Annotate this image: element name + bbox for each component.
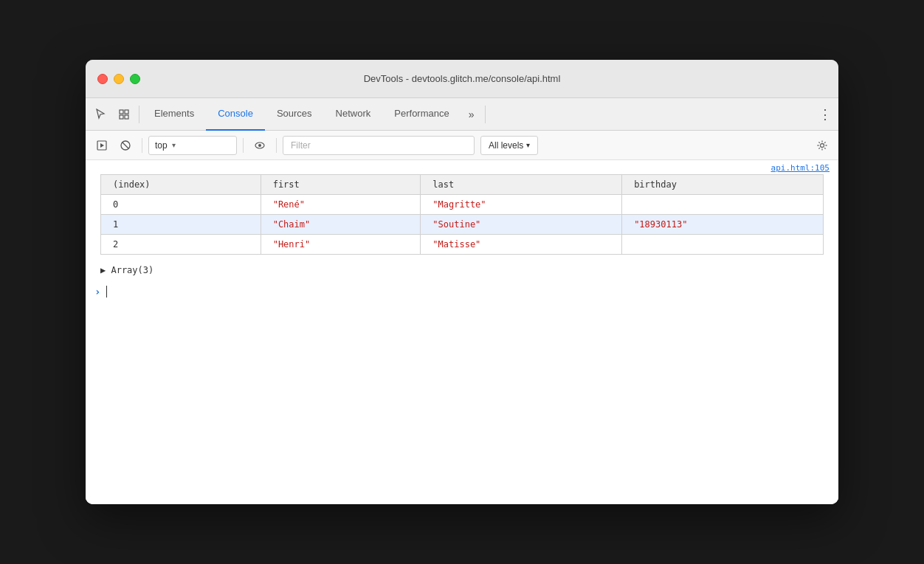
console-input-line: ›: [86, 280, 838, 303]
eye-button[interactable]: [249, 135, 270, 156]
table-row: 1 "Chaim" "Soutine" "18930113": [101, 215, 824, 235]
tab-console[interactable]: Console: [206, 98, 265, 131]
context-arrow-icon: ▾: [172, 141, 176, 149]
expand-arrow-icon: ▶ Array(3): [100, 265, 154, 275]
toolbar-divider: [142, 138, 142, 153]
console-toolbar: top ▾ Filter All levels ▾: [86, 131, 838, 160]
source-link[interactable]: api.html:105: [86, 160, 838, 174]
svg-rect-1: [125, 110, 128, 114]
cell-birthday: "18930113": [622, 215, 824, 235]
cell-first: "Henri": [261, 235, 421, 255]
more-tabs-button[interactable]: »: [461, 104, 482, 125]
titlebar: DevTools - devtools.glitch.me/console/ap…: [86, 60, 838, 98]
table-row: 0 "René" "Magritte": [101, 195, 824, 215]
svg-point-9: [258, 144, 261, 147]
col-index: (index): [101, 175, 261, 195]
cell-birthday: [622, 235, 824, 255]
toolbar-divider-3: [276, 138, 277, 153]
cell-last: "Magritte": [421, 195, 622, 215]
inspect-icon[interactable]: [112, 103, 136, 126]
tab-divider: [139, 106, 139, 123]
console-settings-button[interactable]: [812, 135, 832, 156]
cell-last: "Soutine": [421, 215, 622, 235]
minimize-button[interactable]: [114, 74, 124, 84]
console-table: (index) first last birthday 0 "René" "Ma…: [100, 174, 824, 255]
filter-input[interactable]: Filter: [283, 136, 475, 155]
window-title: DevTools - devtools.glitch.me/console/ap…: [364, 73, 561, 84]
maximize-button[interactable]: [130, 74, 140, 84]
col-first: first: [261, 175, 421, 195]
cursor-icon[interactable]: [89, 103, 112, 126]
devtools-menu-button[interactable]: ⋮: [815, 104, 835, 125]
table-row: 2 "Henri" "Matisse": [101, 235, 824, 255]
tab-sources[interactable]: Sources: [265, 98, 324, 131]
log-levels-button[interactable]: All levels ▾: [480, 136, 538, 155]
svg-rect-2: [120, 115, 123, 119]
cell-index: 2: [101, 235, 261, 255]
context-selector[interactable]: top ▾: [148, 136, 237, 155]
cell-last: "Matisse": [421, 235, 622, 255]
array-expand-button[interactable]: ▶ Array(3): [86, 261, 838, 280]
prompt-icon: ›: [94, 286, 100, 298]
tab-divider-2: [485, 106, 486, 123]
traffic-lights: [97, 74, 140, 84]
cell-index: 1: [101, 215, 261, 235]
tab-performance[interactable]: Performance: [382, 98, 461, 131]
svg-rect-0: [120, 110, 123, 114]
col-birthday: birthday: [622, 175, 824, 195]
devtools-window: DevTools - devtools.glitch.me/console/ap…: [86, 60, 838, 504]
console-input[interactable]: [106, 286, 107, 298]
svg-point-10: [821, 143, 824, 147]
toolbar-divider-2: [243, 138, 244, 153]
col-last: last: [421, 175, 622, 195]
cell-birthday: [622, 195, 824, 215]
tabs-bar: Elements Console Sources Network Perform…: [86, 98, 838, 131]
svg-rect-3: [125, 115, 128, 119]
cell-index: 0: [101, 195, 261, 215]
console-output: api.html:105 (index) first last birthday…: [86, 160, 838, 504]
clear-button[interactable]: [115, 135, 136, 156]
run-button[interactable]: [92, 135, 112, 156]
tab-network[interactable]: Network: [324, 98, 383, 131]
close-button[interactable]: [97, 74, 108, 84]
cell-first: "René": [261, 195, 421, 215]
devtools-panel: Elements Console Sources Network Perform…: [86, 98, 838, 504]
cell-first: "Chaim": [261, 215, 421, 235]
svg-line-7: [123, 142, 128, 148]
svg-marker-5: [100, 143, 104, 148]
tab-elements[interactable]: Elements: [142, 98, 206, 131]
